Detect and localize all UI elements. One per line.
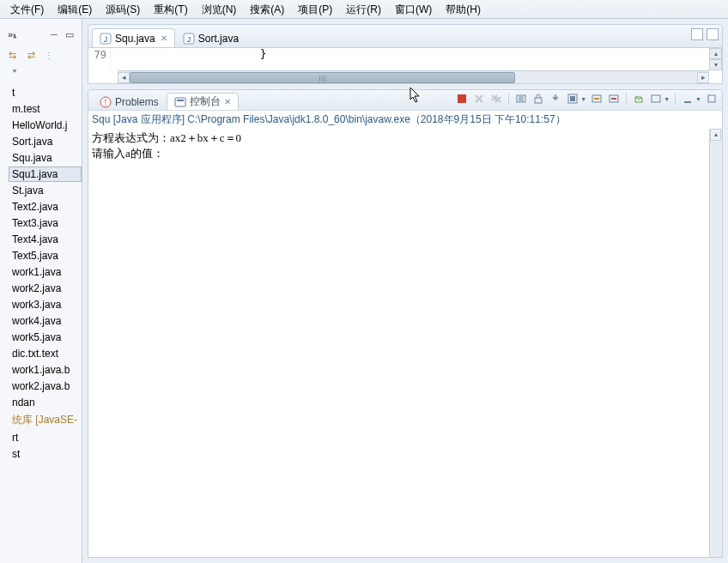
tree-item[interactable]: work5.java [9,330,82,345]
bottom-tab-bar: ! Problems 控制台 ✕ [88,90,722,111]
dropdown-caret-icon[interactable]: ▼ [664,96,670,102]
tree-item[interactable]: Text3.java [9,215,82,231]
editor-area[interactable]: 79 } ▴ ▾ ◂ ▸ [88,48,723,84]
terminate-icon[interactable] [455,92,469,106]
clear-console-icon[interactable] [514,92,528,106]
svg-rect-12 [570,96,575,101]
tree-item[interactable]: work4.java [9,313,82,329]
svg-rect-17 [708,95,715,102]
tree-item[interactable]: dic.txt.text [9,346,82,361]
tab-console[interactable]: 控制台 ✕ [167,93,239,110]
svg-rect-10 [535,98,542,103]
menu-refactor[interactable]: 重构(T) [147,1,194,19]
scrollbar-thumb[interactable] [130,72,515,83]
tree-item[interactable]: t [9,85,82,100]
tree-item[interactable]: rt [9,430,82,445]
menu-project[interactable]: 项目(P) [291,1,339,19]
minimize-panel-icon[interactable] [681,92,695,106]
menu-edit[interactable]: 编辑(E) [51,1,99,19]
tree-item[interactable]: work3.java [9,297,82,312]
tab-console-label: 控制台 [190,94,221,109]
scroll-left-icon[interactable]: ◂ [118,72,130,83]
open-console-icon[interactable] [632,92,646,106]
dropdown-caret-icon[interactable]: ▼ [580,96,586,102]
console-launch-label: Squ [Java 应用程序] C:\Program Files\Java\jd… [88,111,722,129]
menu-source[interactable]: 源码(S) [99,1,147,19]
tree-item[interactable]: work1.java.b [9,362,82,378]
tree-item[interactable]: st [9,446,82,462]
svg-rect-7 [177,100,184,101]
tree-item[interactable]: Text4.java [9,232,82,247]
tree-toggle[interactable]: ˅ [9,67,82,84]
tree-item[interactable]: Text2.java [9,199,82,215]
scroll-up-icon[interactable]: ▴ [709,48,722,59]
remove-all-launches-icon[interactable] [489,92,503,106]
problems-icon: ! [100,96,112,108]
show-console-on-err-icon[interactable] [607,92,621,106]
scroll-lock-icon[interactable] [531,92,545,106]
console-line: 方程表达式为：ax2＋bx＋c＝0 [92,130,719,146]
svg-rect-16 [684,101,691,103]
maximize-panel-icon[interactable] [705,92,719,106]
link-editor-icon[interactable]: ⇄ [24,48,38,62]
scroll-up-icon[interactable]: ▴ [710,129,721,141]
java-file-icon: J [100,33,112,45]
tree-item[interactable]: HelloWorld.j [9,118,82,133]
line-number-gutter: 79 [88,48,111,70]
view-menu-icon[interactable]: ⋮ [43,48,57,62]
console-toolbar: ▼ ▼ [455,92,719,106]
scroll-down-icon[interactable]: ▾ [709,59,722,70]
package-explorer: »₁ ─ ▭ ⇆ ⇄ ⋮ ˅ t m.test HelloWorld.j Sor… [0,19,82,563]
tree-item[interactable]: work2.java.b [9,378,82,394]
maximize-editor-icon[interactable] [707,28,719,40]
minimize-editor-icon[interactable] [691,28,703,40]
tree-item-selected[interactable]: Squ1.java [9,166,82,182]
editor-tab-label: Squ.java [115,33,155,45]
pin-console-icon[interactable] [549,92,562,106]
menu-help[interactable]: 帮助(H) [439,1,488,19]
fast-view-icon[interactable]: »₁ [5,27,19,41]
menu-run[interactable]: 运行(R) [339,1,388,19]
editor-tab-label: Sort.java [198,33,239,45]
code-line: } [260,48,266,60]
tree-item[interactable]: Squ.java [9,150,82,166]
tree-item[interactable]: work1.java [9,264,82,280]
java-file-icon: J [183,33,195,45]
tree-item[interactable]: Sort.java [9,134,82,149]
svg-text:J: J [104,35,108,44]
svg-text:!: ! [105,98,107,107]
console-line: 请输入a的值： [92,146,719,161]
tree-item-library[interactable]: 统库 [JavaSE- [9,411,82,429]
menu-file[interactable]: 文件(F) [3,1,51,19]
show-console-on-out-icon[interactable] [590,92,604,106]
svg-rect-15 [652,95,660,102]
editor-horizontal-scrollbar[interactable]: ◂ ▸ [118,70,709,83]
close-tab-icon[interactable]: ✕ [161,33,167,43]
console-output[interactable]: 方程表达式为：ax2＋bx＋c＝0 请输入a的值： ▴ [88,129,722,557]
menu-navigate[interactable]: 浏览(N) [195,1,244,19]
bottom-panel: ! Problems 控制台 ✕ [88,89,723,558]
tree-item[interactable]: Text5.java [9,248,82,263]
console-vertical-scrollbar[interactable]: ▴ [709,129,722,557]
scroll-right-icon[interactable]: ▸ [697,72,709,83]
tab-problems-label: Problems [115,96,159,108]
svg-rect-8 [458,94,466,103]
menu-search[interactable]: 搜索(A) [243,1,291,19]
editor-tab-squ[interactable]: J Squ.java ✕ [92,28,175,47]
tree-item[interactable]: ndan [9,395,82,410]
remove-launch-icon[interactable] [472,92,486,106]
close-tab-icon[interactable]: ✕ [224,97,231,106]
minimize-icon[interactable]: ─ [47,27,61,41]
collapse-all-icon[interactable]: ⇆ [5,48,19,62]
tree-item[interactable]: St.java [9,183,82,198]
menubar: 文件(F) 编辑(E) 源码(S) 重构(T) 浏览(N) 搜索(A) 项目(P… [0,0,728,19]
menu-window[interactable]: 窗口(W) [388,1,439,19]
editor-tab-sort[interactable]: J Sort.java [175,28,246,47]
tree-item[interactable]: m.test [9,101,82,117]
restore-icon[interactable]: ▭ [63,27,76,41]
tree-item[interactable]: work2.java [9,281,82,296]
display-selected-icon[interactable] [566,92,579,106]
dropdown-caret-icon[interactable]: ▼ [695,96,701,102]
new-console-view-icon[interactable] [649,92,663,106]
tab-problems[interactable]: ! Problems [92,93,167,110]
